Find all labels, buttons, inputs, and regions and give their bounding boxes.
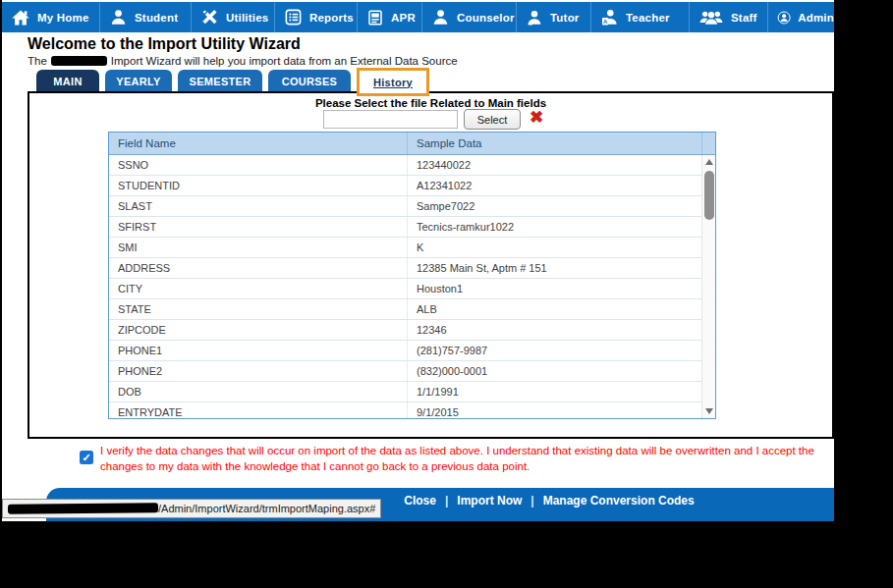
tab-semester[interactable]: SEMESTER bbox=[178, 70, 262, 92]
nav-label: Counselor bbox=[457, 12, 515, 24]
table-row[interactable]: STATEALB bbox=[109, 299, 701, 320]
table-row[interactable]: ZIPCODE12346 bbox=[109, 320, 701, 341]
table-row[interactable]: DOB1/1/1991 bbox=[109, 382, 701, 402]
column-header-field-name: Field Name bbox=[109, 133, 408, 154]
red-x-icon[interactable]: ✖ bbox=[530, 107, 543, 128]
person-icon bbox=[526, 9, 543, 27]
verify-checkbox[interactable]: ✓ bbox=[80, 451, 93, 464]
field-name-cell: PHONE2 bbox=[109, 361, 408, 381]
nav-item-reports[interactable]: Reports bbox=[275, 2, 358, 32]
nav-item-teacher[interactable]: A Teacher bbox=[591, 2, 690, 32]
sample-data-cell: Sampe7022 bbox=[408, 196, 701, 216]
sample-data-cell: K bbox=[408, 238, 701, 257]
column-header-sample-data: Sample Data bbox=[408, 133, 701, 154]
field-name-cell: ADDRESS bbox=[109, 258, 408, 278]
student-icon bbox=[109, 8, 128, 27]
file-select-prompt: Please Select the file Related to Main f… bbox=[28, 97, 834, 109]
nav-label: Reports bbox=[309, 12, 354, 24]
nav-label: Utilities bbox=[226, 12, 268, 24]
sample-data-cell: 9/1/2015 bbox=[408, 402, 701, 418]
page-subtitle: The Import Wizard will help you import d… bbox=[28, 55, 458, 67]
nav-label: Admin bbox=[798, 12, 834, 24]
tab-history-highlight[interactable]: History bbox=[357, 68, 429, 96]
scrollbar-thumb[interactable] bbox=[704, 171, 714, 220]
sample-data-cell: Tecnics-ramkur1022 bbox=[408, 217, 701, 237]
status-url-text: /Admin/ImportWizard/trmImportMaping.aspx… bbox=[158, 503, 375, 514]
people-group-icon bbox=[698, 8, 724, 27]
file-path-input[interactable] bbox=[323, 110, 458, 129]
person-icon bbox=[431, 8, 450, 27]
field-name-cell: SMI bbox=[109, 238, 408, 257]
sample-data-cell: (832)000-0001 bbox=[408, 361, 701, 381]
sample-data-cell: A12341022 bbox=[408, 176, 701, 195]
nav-label: My Home bbox=[37, 12, 89, 24]
import-now-button[interactable]: Import Now bbox=[457, 494, 522, 508]
nav-item-staff[interactable]: Staff bbox=[690, 2, 768, 32]
person-circle-icon bbox=[777, 7, 791, 28]
journal-icon bbox=[366, 9, 384, 27]
field-name-cell: STUDENTID bbox=[109, 176, 408, 195]
table-row[interactable]: SMIK bbox=[109, 238, 701, 258]
table-row[interactable]: PHONE2(832)000-0001 bbox=[109, 361, 701, 382]
sample-data-cell: 1/1/1991 bbox=[408, 382, 701, 401]
table-scrollbar[interactable] bbox=[701, 155, 715, 418]
scroll-up-icon[interactable] bbox=[702, 155, 716, 169]
field-name-cell: SLAST bbox=[109, 196, 408, 216]
sample-data-cell: 12385 Main St, Aptm # 151 bbox=[408, 258, 701, 278]
nav-label: Tutor bbox=[550, 12, 580, 24]
svg-text:A: A bbox=[603, 19, 608, 25]
import-wizard-window: My Home Student Utilities Reports APR Co… bbox=[2, 0, 834, 521]
sample-data-cell: 123440022 bbox=[408, 155, 701, 175]
nav-item-utilities[interactable]: Utilities bbox=[192, 2, 275, 32]
field-name-cell: SFIRST bbox=[109, 217, 408, 237]
sample-data-cell: ALB bbox=[408, 299, 701, 319]
nav-item-apr[interactable]: APR bbox=[358, 2, 422, 32]
tab-main[interactable]: MAIN bbox=[36, 70, 99, 92]
table-row[interactable]: SLASTSampe7022 bbox=[109, 196, 701, 217]
table-header-row: Field Name Sample Data bbox=[109, 133, 715, 155]
tab-courses[interactable]: COURSES bbox=[268, 70, 351, 92]
top-navbar: My Home Student Utilities Reports APR Co… bbox=[2, 2, 834, 32]
table-row[interactable]: ADDRESS12385 Main St, Aptm # 151 bbox=[109, 258, 701, 279]
manage-conversion-codes-button[interactable]: Manage Conversion Codes bbox=[543, 494, 695, 508]
nav-label: Student bbox=[135, 12, 178, 24]
report-list-icon bbox=[284, 8, 303, 27]
redaction-mark bbox=[51, 56, 107, 66]
sample-data-cell: Houston1 bbox=[408, 279, 701, 298]
table-row[interactable]: CITYHouston1 bbox=[109, 279, 701, 299]
subtitle-suffix: Import Wizard will help you import data … bbox=[111, 55, 458, 67]
nav-label: Staff bbox=[731, 12, 757, 24]
field-name-cell: ENTRYDATE bbox=[109, 402, 408, 418]
nav-label: APR bbox=[391, 12, 416, 24]
select-file-button[interactable]: Select bbox=[464, 109, 521, 130]
scroll-down-icon[interactable] bbox=[702, 404, 716, 418]
nav-item-counselor[interactable]: Counselor bbox=[422, 2, 517, 32]
sample-data-cell: 12346 bbox=[408, 320, 701, 340]
field-name-cell: ZIPCODE bbox=[109, 320, 408, 340]
verify-warning-text: I verify the data changes that will occu… bbox=[100, 444, 827, 474]
table-row[interactable]: SSNO123440022 bbox=[109, 155, 701, 176]
table-row[interactable]: ENTRYDATE9/1/2015 bbox=[109, 402, 701, 418]
subtitle-prefix: The bbox=[28, 55, 47, 67]
nav-item-my-home[interactable]: My Home bbox=[2, 2, 100, 32]
teacher-badge-icon: A bbox=[600, 8, 619, 27]
table-row[interactable]: PHONE1(281)757-9987 bbox=[109, 341, 701, 361]
field-name-cell: SSNO bbox=[109, 155, 408, 175]
tab-history[interactable]: History bbox=[360, 71, 426, 93]
home-icon bbox=[11, 8, 30, 27]
nav-item-tutor[interactable]: Tutor bbox=[517, 2, 591, 32]
nav-item-admin[interactable]: Admin bbox=[768, 2, 834, 32]
footer-divider: | bbox=[445, 494, 448, 508]
close-button[interactable]: Close bbox=[404, 494, 436, 508]
tools-icon bbox=[200, 8, 219, 27]
nav-item-student[interactable]: Student bbox=[100, 2, 192, 32]
table-row[interactable]: STUDENTIDA12341022 bbox=[109, 176, 701, 196]
redaction-mark bbox=[8, 503, 158, 514]
nav-label: Teacher bbox=[626, 12, 670, 24]
page-title: Welcome to the Import Utility Wizard bbox=[28, 35, 301, 53]
tab-yearly[interactable]: YEARLY bbox=[105, 70, 172, 92]
footer-divider: | bbox=[530, 494, 533, 508]
status-url-tooltip: /Admin/ImportWizard/trmImportMaping.aspx… bbox=[2, 499, 381, 518]
sample-data-cell: (281)757-9987 bbox=[408, 341, 701, 360]
table-row[interactable]: SFIRSTTecnics-ramkur1022 bbox=[109, 217, 701, 238]
